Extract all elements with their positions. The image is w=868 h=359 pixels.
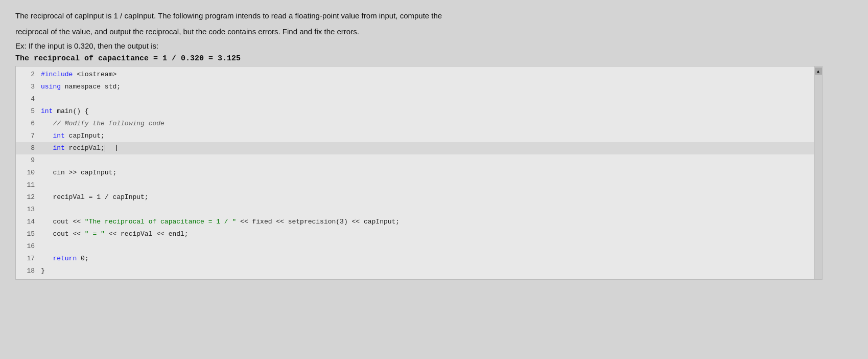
line-code-2[interactable]: #include <iostream>: [39, 69, 822, 81]
code-line-5: 5 int main() {: [16, 105, 822, 118]
line-num-5: 5: [16, 105, 39, 118]
line-code-18[interactable]: }: [39, 265, 822, 277]
line-num-15: 15: [16, 228, 39, 240]
line-code-8[interactable]: int recipVal;I: [39, 142, 822, 154]
line-code-5[interactable]: int main() {: [39, 105, 822, 118]
code-line-12: 12 recipVal = 1 / capInput;: [16, 191, 822, 204]
line-code-4[interactable]: [39, 93, 822, 105]
code-line-10: 10 cin >> capInput;: [16, 167, 822, 179]
code-line-17: 17 return 0;: [16, 253, 822, 265]
line-code-16[interactable]: [39, 240, 822, 253]
output-example: The reciprocal of capacitance = 1 / 0.32…: [15, 54, 853, 63]
line-num-9: 9: [16, 154, 39, 167]
example-line: Ex: If the input is 0.320, then the outp…: [15, 41, 853, 50]
code-line-9: 9: [16, 154, 822, 167]
line-num-17: 17: [16, 253, 39, 265]
line-num-2: 2: [16, 69, 39, 81]
line-code-10[interactable]: cin >> capInput;: [39, 167, 822, 179]
line-num-8: 8: [16, 142, 39, 154]
line-code-11[interactable]: [39, 179, 822, 191]
line-num-3: 3: [16, 81, 39, 93]
scroll-up-arrow[interactable]: ▲: [815, 68, 822, 75]
line-code-14[interactable]: cout << "The reciprocal of capacitance =…: [39, 216, 822, 228]
line-num-16: 16: [16, 240, 39, 253]
line-code-3[interactable]: using namespace std;: [39, 81, 822, 93]
code-line-6: 6 // Modify the following code: [16, 118, 822, 130]
line-code-9[interactable]: [39, 154, 822, 167]
code-editor[interactable]: ▲ 2 #include <iostream> 3 using namespac…: [15, 66, 823, 280]
code-line-4: 4: [16, 93, 822, 105]
line-num-13: 13: [16, 204, 39, 216]
line-code-13[interactable]: [39, 204, 822, 216]
line-num-4: 4: [16, 93, 39, 105]
code-line-2: 2 #include <iostream>: [16, 69, 822, 81]
code-line-8: 8 int recipVal;I: [16, 142, 822, 154]
code-line-3: 3 using namespace std;: [16, 81, 822, 93]
code-line-15: 15 cout << " = " << recipVal << endl;: [16, 228, 822, 240]
line-num-7: 7: [16, 130, 39, 142]
line-num-14: 14: [16, 216, 39, 228]
line-code-17[interactable]: return 0;: [39, 253, 822, 265]
code-line-16: 16: [16, 240, 822, 253]
main-container: The reciprocal of capInput is 1 / capInp…: [0, 0, 868, 359]
line-num-11: 11: [16, 179, 39, 191]
description-line2: reciprocal of the value, and output the …: [15, 26, 823, 38]
code-line-11: 11: [16, 179, 822, 191]
scrollbar-right[interactable]: ▲: [814, 66, 822, 279]
line-num-12: 12: [16, 191, 39, 204]
line-code-15[interactable]: cout << " = " << recipVal << endl;: [39, 228, 822, 240]
line-code-7[interactable]: int capInput;: [39, 130, 822, 142]
code-content: 2 #include <iostream> 3 using namespace …: [16, 66, 822, 279]
line-code-12[interactable]: recipVal = 1 / capInput;: [39, 191, 822, 204]
line-num-10: 10: [16, 167, 39, 179]
line-num-18: 18: [16, 265, 39, 277]
code-line-7: 7 int capInput;: [16, 130, 822, 142]
line-num-6: 6: [16, 118, 39, 130]
code-line-14: 14 cout << "The reciprocal of capacitanc…: [16, 216, 822, 228]
description-line1: The reciprocal of capInput is 1 / capInp…: [15, 10, 823, 22]
code-line-13: 13: [16, 204, 822, 216]
line-code-6[interactable]: // Modify the following code: [39, 118, 822, 130]
code-line-18: 18 }: [16, 265, 822, 277]
